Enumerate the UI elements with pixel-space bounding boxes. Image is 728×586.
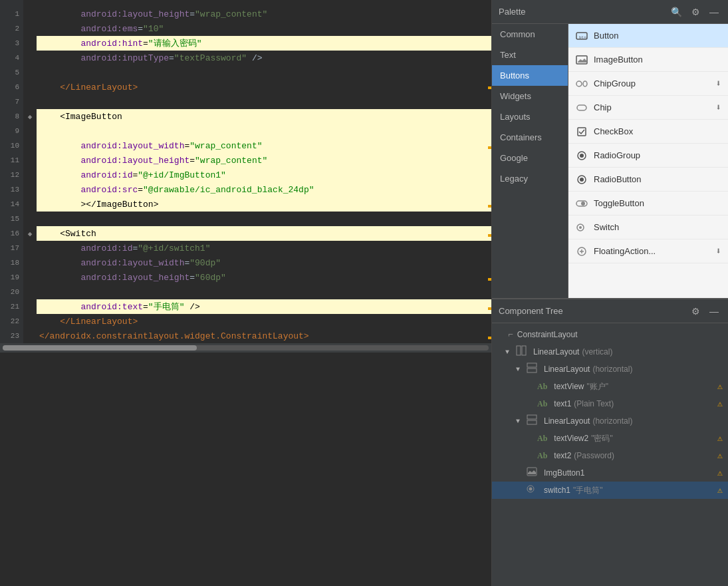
imgbutton-label: ImgButton1 <box>544 468 584 478</box>
palette-nav-buttons[interactable]: Buttons <box>492 65 568 86</box>
code-line-1: android:layout_height="wrap_content" <box>37 7 491 21</box>
tree-item-textview2[interactable]: Ab textView2 "密码" ⚠ <box>492 430 728 447</box>
svg-rect-19 <box>527 368 537 372</box>
code-line-12: android:id="@+id/ImgButton1" <box>37 168 491 182</box>
chip-download-icon[interactable]: ⬇ <box>716 102 721 113</box>
tree-item-text2[interactable]: Ab text2 (Password) ⚠ <box>492 447 728 464</box>
textview2-sublabel: "密码" <box>591 433 613 444</box>
linearlayout-v-icon <box>516 345 527 359</box>
palette-item-checkbox[interactable]: CheckBox <box>568 120 728 144</box>
code-line-8: <ImageButton <box>37 109 491 124</box>
palette-item-chipgroup[interactable]: ChipGroup ⬇ <box>568 72 728 96</box>
chipgroup-download-icon[interactable]: ⬇ <box>716 78 721 89</box>
palette-settings-button[interactable]: ⚙ <box>689 5 703 19</box>
tree-arrow-linear2: ▼ <box>516 366 524 373</box>
palette-title: Palette <box>499 7 668 17</box>
togglebutton-label: ToggleButton <box>594 198 721 208</box>
tree-item-linearlayout-h1[interactable]: ▼ LinearLayout (horizontal) <box>492 361 728 378</box>
textview-sublabel: "账户" <box>586 381 608 392</box>
palette-item-switch[interactable]: Switch <box>568 216 728 239</box>
constraint-layout-label: ConstraintLayout <box>517 330 578 339</box>
svg-rect-20 <box>527 415 537 419</box>
linear2-label: LinearLayout <box>544 365 590 374</box>
palette-nav-google[interactable]: Google <box>492 148 568 168</box>
togglebutton-icon <box>575 197 588 210</box>
svg-rect-5 <box>577 105 586 110</box>
tree-arrow-linear3: ▼ <box>516 418 524 425</box>
chipgroup-label: ChipGroup <box>594 78 716 88</box>
tree-minimize-button[interactable]: — <box>707 305 721 318</box>
palette-minimize-button[interactable]: — <box>707 5 721 19</box>
code-line-19: android:layout_height="60dp" <box>37 270 491 285</box>
palette-item-fab[interactable]: FloatingAction... ⬇ <box>568 239 728 263</box>
tree-item-constraintlayout[interactable]: ⌐ ConstraintLayout <box>492 326 728 343</box>
palette-items-list: btn Button ImageButton <box>568 24 728 298</box>
code-line-13: android:src="@drawable/ic_android_black_… <box>37 182 491 197</box>
tree-item-text1[interactable]: Ab text1 (Plain Text) ⚠ <box>492 395 728 412</box>
radiobutton-icon <box>575 173 588 186</box>
right-panel: Palette 🔍 ⚙ — Common Text Buttons Widget… <box>492 0 728 586</box>
fab-download-icon[interactable]: ⬇ <box>716 245 721 257</box>
code-line-2: android:ems="10" <box>37 21 491 36</box>
textview2-icon: Ab <box>537 434 547 444</box>
code-line-14: ></ImageButton> <box>37 197 491 212</box>
linear2-sublabel: (horizontal) <box>592 365 632 374</box>
checkbox-icon <box>575 125 588 138</box>
palette-item-button[interactable]: btn Button <box>568 24 728 48</box>
palette-item-imagebutton[interactable]: ImageButton <box>568 48 728 72</box>
linearlayout-h1-icon <box>527 363 537 376</box>
tree-item-linearlayout-h2[interactable]: ▼ LinearLayout (horizontal) <box>492 412 728 430</box>
svg-rect-16 <box>517 346 521 355</box>
tree-settings-button[interactable]: ⚙ <box>689 305 703 318</box>
palette-nav-widgets[interactable]: Widgets <box>492 86 568 106</box>
code-line-18: android:layout_width="90dp" <box>37 255 491 270</box>
svg-text:btn: btn <box>579 35 586 40</box>
imagebutton-label: ImageButton <box>594 55 721 65</box>
scrollbar-thumb[interactable] <box>3 345 197 351</box>
code-lines[interactable]: android:layout_height="wrap_content" and… <box>37 0 491 343</box>
text2-label: text2 <box>554 451 571 460</box>
code-line-21: android:text="手电筒" /> <box>37 299 491 314</box>
palette-nav-legacy[interactable]: Legacy <box>492 168 568 189</box>
svg-point-10 <box>580 178 584 182</box>
tree-header-icons: ⚙ — <box>689 305 721 318</box>
svg-point-14 <box>579 226 582 229</box>
palette-item-radiogroup[interactable]: RadioGroup <box>568 144 728 168</box>
linearlayout-h2-icon <box>527 414 537 428</box>
linear1-sublabel: (vertical) <box>582 347 612 357</box>
tree-item-linearlayout-vertical[interactable]: ▼ LinearLayout (vertical) <box>492 343 728 361</box>
component-tree-header: Component Tree ⚙ — <box>492 299 728 323</box>
switch-icon <box>575 221 588 234</box>
svg-point-24 <box>529 488 533 491</box>
textview-label: textView <box>554 382 584 391</box>
tree-item-textview[interactable]: Ab textView "账户" ⚠ <box>492 378 728 395</box>
tree-item-imgbutton1[interactable]: ImgButton1 ⚠ <box>492 464 728 482</box>
tree-arrow-linear1: ▼ <box>505 349 513 356</box>
component-tree-title: Component Tree <box>499 306 689 316</box>
palette-header: Palette 🔍 ⚙ — <box>492 0 728 24</box>
svg-rect-17 <box>522 346 526 355</box>
imagebutton-icon <box>575 53 588 67</box>
linear3-label: LinearLayout <box>544 416 590 426</box>
palette-nav-text[interactable]: Text <box>492 45 568 65</box>
horizontal-scrollbar[interactable] <box>0 343 491 353</box>
svg-rect-21 <box>527 420 537 424</box>
code-line-22: </LinearLayout> <box>37 314 491 329</box>
code-line-3: android:hint="请输入密码" <box>37 36 491 51</box>
tree-item-switch1[interactable]: switch1 "手电筒" ⚠ <box>492 482 728 499</box>
palette-nav-common[interactable]: Common <box>492 24 568 45</box>
palette-nav: Common Text Buttons Widgets Layouts Cont… <box>492 24 568 298</box>
palette-nav-containers[interactable]: Containers <box>492 127 568 148</box>
scrollbar-track[interactable] <box>3 345 489 351</box>
palette-item-togglebutton[interactable]: ToggleButton <box>568 192 728 216</box>
palette-item-radiobutton[interactable]: RadioButton <box>568 168 728 192</box>
imgbutton-warning-icon: ⚠ <box>717 468 723 478</box>
switch1-tree-icon <box>527 484 537 496</box>
chipgroup-icon <box>575 77 588 90</box>
svg-rect-6 <box>578 128 586 136</box>
switch1-sublabel: "手电筒" <box>573 485 603 496</box>
svg-rect-4 <box>583 81 587 86</box>
palette-item-chip[interactable]: Chip ⬇ <box>568 96 728 120</box>
palette-nav-layouts[interactable]: Layouts <box>492 106 568 127</box>
palette-search-button[interactable]: 🔍 <box>668 5 685 19</box>
